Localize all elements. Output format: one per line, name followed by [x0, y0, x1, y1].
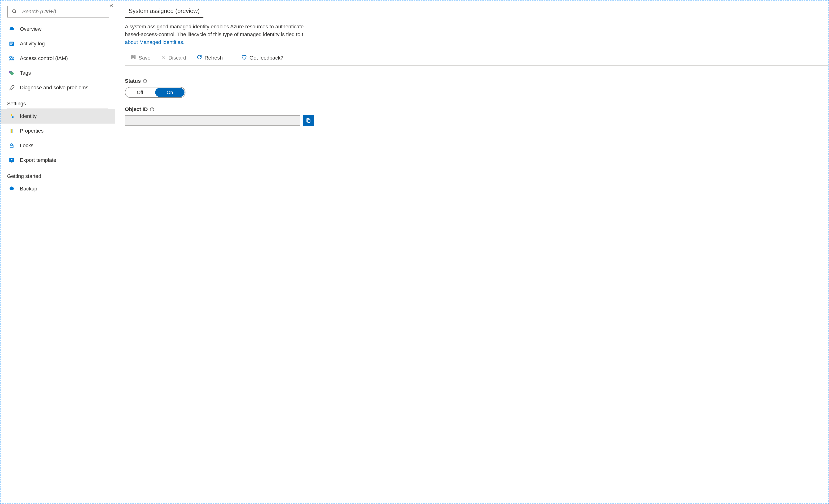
info-icon[interactable] — [143, 79, 147, 83]
sidebar-item-label: Export template — [20, 157, 56, 163]
sidebar-item-export-template[interactable]: Export template — [0, 153, 115, 167]
sidebar-item-label: Overview — [20, 26, 42, 32]
export-template-icon — [8, 157, 15, 164]
sidebar-item-label: Backup — [20, 186, 37, 192]
sidebar-item-activity-log[interactable]: Activity log — [0, 36, 115, 51]
refresh-icon — [196, 54, 202, 62]
svg-rect-4 — [10, 43, 13, 44]
heart-icon — [241, 54, 247, 62]
cloud-overview-icon — [8, 26, 15, 33]
toolbar-separator — [232, 54, 232, 62]
properties-icon — [8, 127, 15, 134]
search-icon — [11, 8, 18, 15]
svg-point-8 — [12, 116, 13, 118]
sidebar-item-label: Activity log — [20, 41, 45, 47]
main-content: System assigned (preview) A system assig… — [116, 0, 829, 504]
discard-button[interactable]: Discard — [159, 54, 187, 62]
section-header-getting-started: Getting started — [7, 173, 108, 179]
toolbar-label: Got feedback? — [250, 55, 283, 61]
sidebar-item-backup[interactable]: Backup — [0, 182, 115, 196]
sidebar-item-label: Locks — [20, 143, 33, 149]
svg-rect-17 — [132, 57, 135, 59]
identity-description: A system assigned managed identity enabl… — [125, 23, 829, 46]
sidebar-item-label: Diagnose and solve problems — [20, 85, 88, 91]
svg-rect-14 — [11, 162, 12, 163]
status-toggle-on[interactable]: On — [155, 88, 184, 97]
feedback-button[interactable]: Got feedback? — [240, 54, 285, 62]
objectid-label: Object ID — [125, 106, 154, 113]
svg-point-22 — [145, 80, 145, 80]
copy-icon — [306, 118, 311, 124]
sidebar-item-label: Access control (IAM) — [20, 55, 68, 62]
diagnose-icon — [8, 84, 15, 91]
tab-system-assigned[interactable]: System assigned (preview) — [125, 6, 204, 18]
locks-icon — [8, 142, 15, 149]
search-input-container[interactable] — [7, 6, 109, 17]
svg-rect-26 — [308, 119, 310, 122]
collapse-sidebar-button[interactable]: « — [108, 2, 114, 8]
status-toggle-off[interactable]: Off — [125, 87, 155, 98]
sidebar-item-identity[interactable]: Identity — [0, 109, 115, 124]
status-toggle[interactable]: Off On — [125, 87, 185, 98]
refresh-button[interactable]: Refresh — [195, 54, 224, 62]
identity-icon — [8, 113, 15, 120]
svg-point-0 — [12, 10, 15, 13]
sidebar-nav[interactable]: Overview Activity log Access control (IA… — [0, 22, 116, 504]
backup-icon — [8, 185, 15, 192]
sidebar-item-iam[interactable]: Access control (IAM) — [0, 51, 115, 66]
svg-rect-16 — [133, 55, 134, 56]
sidebar-item-overview[interactable]: Overview — [0, 22, 115, 36]
copy-button[interactable] — [303, 115, 314, 126]
svg-rect-11 — [12, 129, 13, 133]
section-header-settings: Settings — [7, 101, 108, 107]
sidebar-item-diagnose[interactable]: Diagnose and solve problems — [0, 80, 115, 95]
chevron-double-left-icon: « — [110, 2, 113, 9]
info-icon[interactable] — [150, 107, 154, 112]
sidebar-item-label: Identity — [20, 113, 37, 119]
iam-icon — [8, 55, 15, 62]
toolbar: Save Discard Refresh Got feedback? — [125, 51, 829, 66]
sidebar: « Overview Activity log — [0, 0, 116, 504]
learn-more-link[interactable]: about Managed identities. — [125, 39, 184, 45]
tags-icon — [8, 70, 15, 77]
toolbar-label: Save — [139, 55, 150, 61]
svg-point-7 — [12, 57, 13, 59]
sidebar-item-locks[interactable]: Locks — [0, 138, 115, 153]
save-icon — [131, 54, 136, 62]
svg-rect-9 — [10, 129, 10, 133]
svg-point-6 — [9, 56, 11, 59]
discard-icon — [161, 54, 166, 61]
activity-log-icon — [8, 40, 15, 47]
sidebar-item-label: Properties — [20, 128, 43, 134]
tab-bar: System assigned (preview) — [125, 6, 829, 18]
sidebar-item-tags[interactable]: Tags — [0, 66, 115, 80]
svg-line-1 — [15, 12, 16, 13]
toolbar-label: Discard — [169, 55, 186, 61]
sidebar-item-properties[interactable]: Properties — [0, 124, 115, 138]
sidebar-item-label: Tags — [20, 70, 31, 76]
status-label: Status — [125, 78, 147, 84]
search-input[interactable] — [22, 8, 106, 15]
svg-rect-12 — [10, 145, 13, 148]
toolbar-label: Refresh — [205, 55, 223, 61]
save-button[interactable]: Save — [129, 54, 152, 62]
svg-rect-5 — [10, 44, 12, 45]
objectid-field[interactable] — [125, 115, 300, 126]
svg-rect-3 — [10, 42, 13, 43]
svg-rect-10 — [11, 129, 12, 133]
